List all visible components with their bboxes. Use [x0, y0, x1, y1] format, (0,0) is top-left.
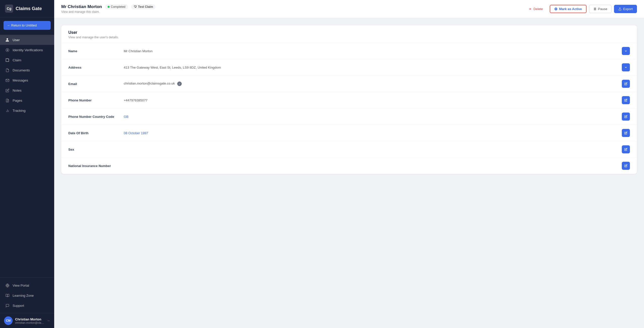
field-row-name: Name Mr Christian Morton [61, 43, 637, 59]
field-value-address: 413 The Gateway West, East St, Leeds, LS… [124, 66, 622, 69]
page-title: Mr Christian Morton [61, 4, 102, 9]
sidebar-item-tracking[interactable]: Tracking [0, 105, 54, 116]
sidebar-item-user[interactable]: User [0, 35, 54, 45]
edit-phone-country-button[interactable] [622, 113, 630, 121]
field-actions-email [622, 80, 630, 88]
test-label: Test Claim [138, 5, 153, 9]
tracking-icon [5, 108, 10, 113]
field-label-sex: Sex [68, 148, 124, 151]
logout-icon[interactable]: → [47, 319, 50, 323]
field-actions-ni [622, 162, 630, 170]
field-label-phone-country: Phone Number Country Code [68, 115, 124, 119]
header-subtitle: View and manage this claim. [61, 10, 156, 14]
delete-button[interactable]: Delete [524, 5, 547, 13]
edit-email-button[interactable] [622, 80, 630, 88]
sidebar-item-support-label: Support [13, 304, 24, 308]
field-label-ni: National Insurance Number [68, 164, 124, 168]
export-button[interactable]: Export [614, 5, 637, 13]
field-actions-address [622, 63, 630, 71]
user-info: Christian Morton christian.morton@claims… [15, 317, 44, 324]
header-left: Mr Christian Morton Completed Test Claim… [61, 4, 156, 14]
mark-active-button[interactable]: Mark as Active [550, 5, 587, 13]
return-button[interactable]: ← Return to Untitled [4, 21, 51, 30]
export-icon [618, 7, 622, 11]
edit-icon-2 [624, 99, 627, 102]
field-label-name: Name [68, 49, 124, 53]
main-content: Mr Christian Morton Completed Test Claim… [54, 0, 644, 328]
support-icon [5, 303, 10, 308]
field-actions-dob [622, 129, 630, 137]
pause-icon [593, 7, 597, 11]
field-value-name: Mr Christian Morton [124, 49, 622, 53]
user-display-name: Christian Morton [15, 317, 44, 321]
sidebar-item-view-portal[interactable]: View Portal [0, 280, 54, 290]
svg-point-13 [555, 8, 556, 9]
expand-address-button[interactable] [622, 63, 630, 71]
user-footer: CM Christian Morton christian.morton@cla… [0, 313, 54, 328]
learning-zone-icon [5, 293, 10, 298]
edit-icon-4 [624, 131, 627, 134]
header-title-row: Mr Christian Morton Completed Test Claim [61, 4, 156, 9]
field-label-email: Email [68, 82, 124, 86]
header-actions: Delete Mark as Active Pause Export [524, 5, 637, 13]
card-title: User [68, 30, 630, 35]
svg-rect-15 [595, 8, 596, 10]
sidebar-item-support[interactable]: Support [0, 300, 54, 311]
field-actions-phone [622, 96, 630, 104]
page-header: Mr Christian Morton Completed Test Claim… [54, 0, 644, 18]
messages-icon [5, 78, 10, 83]
field-row-phone-country: Phone Number Country Code GB [61, 108, 637, 125]
sidebar: Cg Claims Gate ← Return to Untitled User… [0, 0, 54, 328]
sidebar-item-learning-zone[interactable]: Learning Zone [0, 290, 54, 300]
svg-point-1 [7, 49, 8, 51]
chevron-down-icon-2 [624, 66, 627, 69]
status-badge: Completed [105, 4, 128, 9]
field-row-sex: Sex [61, 141, 637, 158]
sidebar-item-documents[interactable]: Documents [0, 65, 54, 75]
mark-active-icon [554, 7, 558, 11]
delete-icon [529, 7, 532, 11]
chevron-down-icon [624, 49, 627, 52]
sidebar-item-view-portal-label: View Portal [13, 284, 29, 287]
field-label-phone: Phone Number [68, 98, 124, 102]
pause-button[interactable]: Pause [589, 5, 612, 13]
sidebar-item-identity[interactable]: Identity Verifications [0, 45, 54, 55]
sidebar-item-learning-zone-label: Learning Zone [13, 294, 34, 297]
test-icon [134, 5, 137, 9]
sidebar-item-messages-label: Messages [13, 78, 28, 82]
edit-phone-button[interactable] [622, 96, 630, 104]
content-area: User View and manage the user's details.… [54, 18, 644, 328]
field-label-dob: Date Of Birth [68, 131, 124, 135]
sidebar-item-notes-label: Notes [13, 89, 21, 92]
sidebar-item-tracking-label: Tracking [13, 109, 25, 113]
field-row-dob: Date Of Birth 08 October 1997 [61, 125, 637, 141]
field-actions-sex [622, 145, 630, 153]
test-badge: Test Claim [131, 4, 156, 9]
brand-name: Claims Gate [16, 6, 42, 11]
sidebar-item-pages[interactable]: Pages [0, 95, 54, 105]
view-portal-icon [5, 283, 10, 288]
field-value-email: christian.morton@claimsgate.co.uk ✓ [124, 81, 622, 86]
sidebar-bottom: View Portal Learning Zone Support [0, 278, 54, 313]
sidebar-item-user-label: User [13, 38, 20, 42]
sidebar-item-documents-label: Documents [13, 68, 30, 72]
edit-ni-button[interactable] [622, 162, 630, 170]
edit-sex-button[interactable] [622, 145, 630, 153]
status-label: Completed [111, 5, 126, 9]
card-subtitle: View and manage the user's details. [68, 36, 630, 39]
field-value-phone-country: GB [124, 115, 622, 119]
logo-icon: Cg [5, 5, 13, 13]
card-header: User View and manage the user's details. [61, 25, 637, 43]
edit-icon-3 [624, 115, 627, 118]
expand-name-button[interactable] [622, 47, 630, 55]
field-actions-name [622, 47, 630, 55]
sidebar-item-notes[interactable]: Notes [0, 85, 54, 95]
email-verified-icon: ✓ [177, 81, 182, 86]
sidebar-item-claim[interactable]: Claim [0, 55, 54, 65]
user-display-email: christian.morton@claims.. [15, 321, 44, 324]
sidebar-item-claim-label: Claim [13, 58, 21, 62]
notes-icon [5, 88, 10, 93]
edit-icon-5 [624, 148, 627, 151]
edit-dob-button[interactable] [622, 129, 630, 137]
sidebar-item-messages[interactable]: Messages [0, 75, 54, 85]
